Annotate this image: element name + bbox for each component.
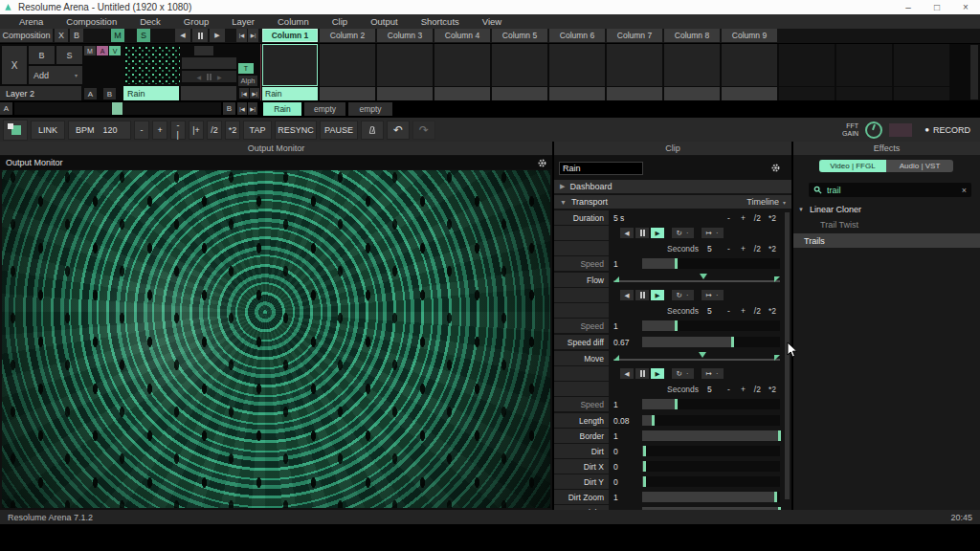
composition-master-button[interactable]: M (111, 29, 124, 42)
layer1-last-button[interactable]: ▶| (248, 102, 257, 115)
param-slider[interactable] (642, 476, 780, 487)
column-tab-3[interactable]: Column 3 (377, 29, 433, 42)
layer1-first-button[interactable]: |◀ (237, 102, 247, 115)
menu-item-output[interactable]: Output (359, 16, 410, 27)
menu-item-shortcuts[interactable]: Shortcuts (410, 16, 471, 27)
composition-tab[interactable]: Composition (0, 29, 53, 42)
menu-item-group[interactable]: Group (172, 16, 220, 27)
clip-name-input[interactable] (559, 162, 643, 175)
timeline-slider[interactable] (613, 273, 780, 287)
slider-handle[interactable] (643, 461, 646, 472)
column-tab-8[interactable]: Column 8 (664, 29, 720, 42)
column-tab-7[interactable]: Column 7 (607, 29, 662, 42)
clip-slot-4[interactable] (434, 44, 490, 100)
layer-close-button[interactable]: X (2, 46, 27, 84)
column-tab-9[interactable]: Column 9 (722, 29, 777, 42)
bpm-double-button[interactable]: *2 (225, 121, 240, 140)
param-step-button[interactable]: + (740, 306, 746, 316)
nudge-down-button[interactable]: -| (170, 121, 186, 140)
param-slider[interactable] (642, 446, 780, 456)
param-value[interactable]: 1 (610, 259, 642, 269)
seconds-value[interactable]: 5 (707, 306, 712, 316)
param-slider[interactable] (642, 415, 780, 426)
layer-alpha-button[interactable]: Alph (238, 76, 257, 86)
param-step-button[interactable]: /2 (754, 385, 761, 394)
layer-active-clip-label[interactable]: Rain (123, 86, 179, 100)
param-value[interactable]: 1 (610, 400, 642, 409)
column-tab-2[interactable]: Column 2 (320, 29, 375, 42)
resync-button[interactable]: RESYNC (275, 121, 317, 140)
tab-video-ffgl[interactable]: Video | FFGL (819, 160, 886, 172)
crossfader-a-button[interactable]: A (0, 102, 12, 115)
slider-handle[interactable] (731, 337, 734, 347)
param-value[interactable]: 0 (610, 447, 642, 456)
seconds-value[interactable]: 5 (707, 244, 712, 253)
nudge-up-button[interactable]: |+ (189, 121, 204, 140)
clip-slot-7[interactable] (607, 44, 662, 100)
param-slider[interactable] (642, 492, 780, 502)
param-step-button[interactable]: /2 (754, 306, 761, 316)
clear-search-icon[interactable]: × (962, 186, 967, 195)
layer-transport-dropdown[interactable] (182, 57, 236, 69)
bpm-increase-button[interactable]: + (152, 121, 167, 140)
column-tab-4[interactable]: Column 4 (434, 29, 490, 42)
gear-icon[interactable] (771, 164, 780, 172)
menu-item-clip[interactable]: Clip (321, 16, 359, 27)
bounce-mode-button[interactable]: ↦ · (702, 228, 724, 238)
effects-item-trail-twist[interactable]: Trail Twist (820, 220, 858, 230)
param-value[interactable]: 5 s (610, 213, 642, 223)
layer-last-button[interactable]: ▶| (250, 88, 259, 99)
param-value[interactable]: 1 (610, 431, 642, 441)
layer-solo-button[interactable]: S (56, 46, 82, 64)
param-step-button[interactable]: + (740, 385, 746, 394)
param-step-button[interactable]: - (725, 213, 732, 223)
minimize-button[interactable]: – (894, 2, 923, 12)
slider-handle[interactable] (643, 476, 646, 487)
composition-prev-button[interactable]: ◀ (175, 29, 190, 42)
loop-mode-button[interactable]: ↻ · (672, 290, 694, 300)
bounce-mode-button[interactable]: ↦ · (702, 368, 724, 379)
menu-item-column[interactable]: Column (266, 16, 321, 27)
transport-pause-button[interactable] (635, 368, 649, 379)
crossfader-track[interactable] (14, 102, 221, 115)
slider-handle[interactable] (643, 446, 646, 456)
layer-name-label[interactable]: Layer 2 (0, 86, 81, 100)
pause-button[interactable]: PAUSE (320, 121, 358, 140)
close-button[interactable]: × (951, 2, 980, 12)
bpm-half-button[interactable]: /2 (207, 121, 222, 140)
timeline-slider[interactable] (613, 351, 780, 365)
fft-gain-knob[interactable] (865, 121, 882, 139)
undo-button[interactable]: ↶ (387, 121, 410, 140)
transport-play-button[interactable]: ▶ (651, 290, 664, 300)
param-step-button[interactable]: /2 (754, 213, 761, 223)
transport-section-header[interactable]: ▼ Transport Timeline ▾ (554, 195, 791, 209)
tab-audio-vst[interactable]: Audio | VST (886, 160, 953, 172)
param-step-button[interactable]: *2 (768, 306, 776, 316)
menu-item-layer[interactable]: Layer (220, 16, 266, 27)
metronome-button[interactable] (361, 121, 384, 140)
clip-slot-9[interactable] (722, 44, 777, 100)
bpm-display[interactable]: BPM 120 (68, 121, 131, 140)
param-step-button[interactable]: *2 (768, 244, 776, 253)
record-button[interactable]: ● RECORD (919, 125, 976, 135)
slider-handle[interactable] (774, 492, 777, 502)
param-slider[interactable] (642, 430, 780, 441)
param-step-button[interactable]: - (725, 385, 732, 394)
output-monitor-panel-header[interactable]: Output Monitor (0, 142, 552, 155)
clip-slot-8[interactable] (664, 44, 720, 100)
seconds-value[interactable]: 5 (707, 385, 712, 394)
crossfader-b-button[interactable]: B (223, 102, 235, 115)
slider-handle[interactable] (675, 399, 678, 409)
loop-mode-button[interactable]: ↻ · (672, 368, 694, 379)
clip-thumbnail-rain[interactable] (262, 44, 318, 86)
param-step-button[interactable]: - (725, 244, 732, 253)
param-value[interactable]: 0.08 (610, 416, 642, 426)
composition-speed-button[interactable]: S (137, 29, 150, 42)
slider-handle[interactable] (778, 430, 781, 441)
slider-handle[interactable] (652, 415, 655, 426)
transport-prev-button[interactable]: ◀ (620, 228, 634, 238)
menu-item-deck[interactable]: Deck (128, 16, 172, 27)
slider-handle[interactable] (675, 320, 678, 331)
timeline-position-marker[interactable] (700, 274, 707, 279)
param-step-button[interactable]: *2 (768, 213, 776, 223)
